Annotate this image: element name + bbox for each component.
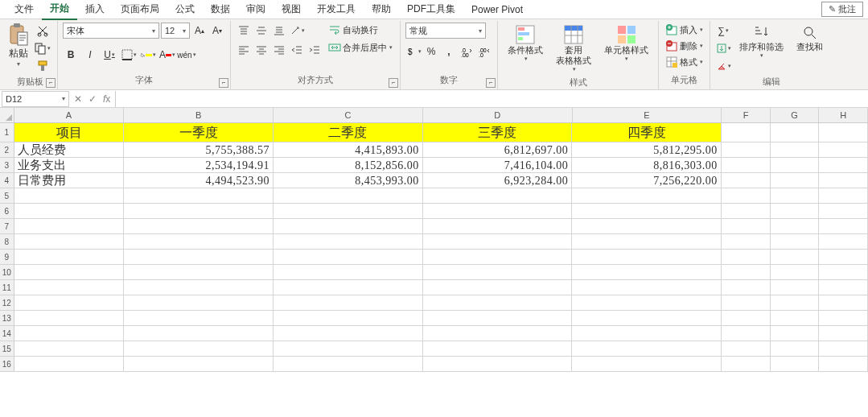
cell[interactable] — [274, 265, 423, 279]
decrease-decimal-button[interactable]: .00.0 — [476, 43, 492, 60]
cell[interactable] — [572, 188, 722, 203]
cell[interactable] — [722, 234, 771, 249]
col-header-C[interactable]: C — [274, 108, 423, 122]
cell[interactable]: 2,534,194.91 — [124, 158, 274, 172]
font-name-combo[interactable]: 宋体▾ — [63, 23, 159, 39]
cell[interactable]: 6,923,284.00 — [423, 173, 573, 188]
tab-power-pivot[interactable]: Power Pivot — [463, 1, 531, 19]
tab-file[interactable]: 文件 — [6, 0, 42, 19]
cell[interactable] — [722, 219, 771, 233]
cell[interactable] — [722, 357, 771, 371]
cell[interactable] — [124, 341, 274, 356]
cell[interactable] — [771, 341, 820, 356]
tab-review[interactable]: 审阅 — [238, 0, 274, 19]
tab-page-layout[interactable]: 页面布局 — [113, 0, 167, 19]
row-header-9[interactable]: 9 — [0, 250, 14, 264]
row-header-5[interactable]: 5 — [0, 188, 14, 203]
merge-center-button[interactable]: 合并后居中▾ — [326, 40, 395, 55]
fill-button[interactable]: ▾ — [715, 40, 731, 56]
cell[interactable] — [14, 311, 125, 325]
cell[interactable] — [14, 280, 125, 295]
increase-indent-button[interactable] — [306, 42, 323, 58]
cell[interactable] — [124, 326, 274, 341]
cell[interactable]: 4,415,893.00 — [274, 142, 423, 157]
decrease-font-button[interactable]: A▾ — [209, 23, 225, 39]
row-header-11[interactable]: 11 — [0, 280, 14, 295]
cell[interactable]: 四季度 — [572, 123, 722, 142]
cell[interactable] — [819, 219, 868, 233]
cell[interactable] — [771, 265, 820, 279]
format-painter-button[interactable] — [32, 58, 52, 74]
percent-format-button[interactable]: % — [423, 43, 439, 60]
cell[interactable] — [819, 173, 868, 188]
cell[interactable] — [819, 357, 868, 371]
cell[interactable] — [819, 188, 868, 203]
cell[interactable] — [819, 158, 868, 172]
find-select-button[interactable]: 查找和 — [792, 23, 828, 54]
cell[interactable] — [771, 188, 820, 203]
cell[interactable] — [572, 311, 722, 325]
orientation-button[interactable]: ▾ — [289, 23, 305, 39]
cell[interactable] — [14, 204, 125, 218]
tab-insert[interactable]: 插入 — [77, 0, 113, 19]
cell[interactable] — [274, 280, 423, 295]
cell[interactable]: 5,755,388.57 — [124, 142, 274, 157]
cell[interactable]: 8,152,856.00 — [274, 158, 423, 172]
clipboard-dialog-launcher[interactable]: ⌐ — [46, 78, 56, 88]
cell[interactable] — [423, 234, 573, 249]
row-header-2[interactable]: 2 — [0, 142, 14, 157]
cell[interactable] — [722, 158, 771, 172]
cell[interactable] — [14, 250, 125, 264]
cell[interactable] — [722, 250, 771, 264]
cell[interactable] — [572, 357, 722, 371]
align-center-button[interactable] — [253, 42, 269, 58]
number-format-combo[interactable]: 常规▾ — [405, 23, 486, 39]
conditional-format-button[interactable]: 条件格式▾ — [503, 23, 548, 64]
row-header-15[interactable]: 15 — [0, 341, 14, 356]
accounting-format-button[interactable]: $▾ — [405, 43, 422, 60]
decrease-indent-button[interactable] — [289, 42, 305, 58]
worksheet-grid[interactable]: A B C D E F G H 1 项目 一季度 二季度 三季度 四季度 2人员… — [0, 108, 868, 372]
row-header-12[interactable]: 12 — [0, 295, 14, 310]
number-dialog-launcher[interactable]: ⌐ — [486, 78, 496, 88]
row-header-16[interactable]: 16 — [0, 357, 14, 371]
tab-developer[interactable]: 开发工具 — [309, 0, 364, 19]
cell[interactable]: 4,494,523.90 — [124, 173, 274, 188]
cell[interactable] — [771, 311, 820, 325]
col-header-H[interactable]: H — [819, 108, 868, 122]
row-header-7[interactable]: 7 — [0, 219, 14, 233]
cell[interactable] — [722, 311, 771, 325]
paste-button[interactable]: 粘贴 ▾ — [8, 23, 29, 68]
row-header-4[interactable]: 4 — [0, 173, 14, 188]
cell[interactable] — [124, 250, 274, 264]
cell[interactable] — [423, 357, 573, 371]
cell[interactable] — [771, 158, 820, 172]
align-right-button[interactable] — [271, 42, 287, 58]
underline-button[interactable]: U▾ — [101, 47, 117, 63]
cell[interactable] — [572, 219, 722, 233]
tab-help[interactable]: 帮助 — [364, 0, 399, 19]
cell[interactable] — [423, 250, 573, 264]
cell[interactable] — [819, 326, 868, 341]
col-header-D[interactable]: D — [423, 108, 573, 122]
cell[interactable] — [423, 280, 573, 295]
cell[interactable] — [14, 357, 125, 371]
cell[interactable] — [423, 188, 573, 203]
enter-formula-button[interactable]: ✓ — [88, 93, 97, 105]
cell[interactable] — [124, 311, 274, 325]
formula-input[interactable] — [115, 91, 868, 107]
cell[interactable] — [771, 204, 820, 218]
cell[interactable] — [14, 295, 125, 310]
cell[interactable] — [819, 250, 868, 264]
cell[interactable] — [274, 234, 423, 249]
font-color-button[interactable]: A▾ — [159, 47, 175, 63]
wrap-text-button[interactable]: 自动换行 — [326, 23, 395, 37]
cell[interactable] — [771, 142, 820, 157]
cell[interactable] — [572, 295, 722, 310]
tab-view[interactable]: 视图 — [274, 0, 309, 19]
font-dialog-launcher[interactable]: ⌐ — [219, 78, 228, 88]
tab-formulas[interactable]: 公式 — [167, 0, 203, 19]
cell[interactable] — [14, 234, 125, 249]
cell[interactable] — [274, 204, 423, 218]
cell[interactable] — [722, 295, 771, 310]
